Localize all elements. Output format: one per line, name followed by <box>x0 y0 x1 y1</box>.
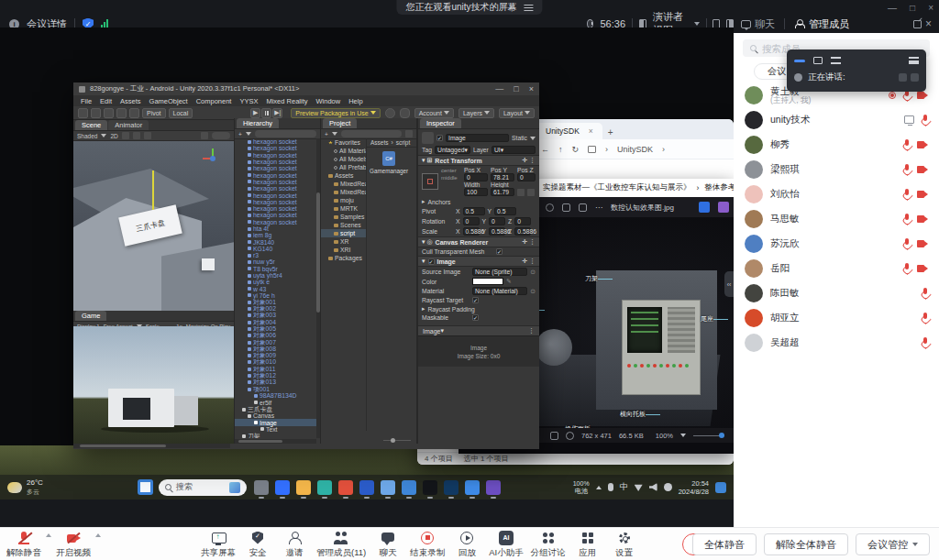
toolbar-item[interactable]: 结束录制 <box>407 528 447 560</box>
hierarchy-item[interactable]: 98A87B134D <box>235 392 316 399</box>
anchors-foldout[interactable]: Anchors <box>427 199 450 205</box>
hierarchy-item[interactable]: nuw y5r <box>235 258 316 265</box>
2d-toggle[interactable]: 2D <box>110 133 117 139</box>
toolbar-item[interactable]: AI AI小助手 <box>486 528 525 560</box>
hierarchy-search-input[interactable] <box>255 130 316 137</box>
hierarchy-item[interactable]: hta 4t <box>235 225 316 232</box>
taskbar-app-icon[interactable] <box>296 480 311 495</box>
member-row[interactable]: 梁熙琪 <box>734 157 939 181</box>
pos-z-field[interactable]: 0 <box>517 173 536 181</box>
new-tab-icon[interactable]: + <box>608 127 613 139</box>
hierarchy-item[interactable]: iem 8g <box>235 232 316 238</box>
lighting-icon[interactable] <box>122 132 129 139</box>
camera-off-icon[interactable] <box>917 92 928 99</box>
hierarchy-item[interactable]: uyta yh5r4 <box>235 272 316 279</box>
hierarchy-item[interactable]: T8 bqv5r <box>235 266 316 272</box>
hierarchy-item[interactable]: hexagon socket <box>235 138 316 145</box>
pivot-toggle[interactable]: Pivot <box>142 108 166 118</box>
scale-z-field[interactable]: 0.5886 <box>514 227 531 236</box>
member-row[interactable]: 胡亚立 <box>734 305 939 330</box>
minimize-icon[interactable]: — <box>888 3 897 13</box>
hierarchy-scrollbar[interactable] <box>316 138 320 438</box>
wifi-icon[interactable] <box>635 483 643 491</box>
back-icon[interactable]: ← <box>541 145 549 154</box>
mic-muted-icon[interactable] <box>903 139 910 149</box>
thumbnail-icon[interactable] <box>550 432 558 440</box>
member-row[interactable]: 马思敏 <box>734 206 939 231</box>
list-view-icon[interactable] <box>831 57 841 64</box>
start-video-button[interactable]: 开启视频 <box>53 528 94 560</box>
cloud-icon[interactable] <box>400 108 410 118</box>
taskbar-app-icon[interactable] <box>317 480 332 495</box>
hierarchy-item[interactable]: 对象013 <box>235 379 316 386</box>
tab-project[interactable]: Project <box>323 118 357 128</box>
edit-app-icon[interactable] <box>699 202 710 213</box>
member-row[interactable]: 陈田敏 <box>734 280 939 305</box>
project-tree-item[interactable]: Samples <box>321 213 366 221</box>
toolbar-item[interactable]: 设置 <box>607 528 642 560</box>
crumb-assets[interactable]: Assets <box>370 139 389 146</box>
hierarchy-item[interactable]: 三爪卡盘 <box>235 406 316 412</box>
hierarchy-item[interactable]: hexagon socket <box>235 212 316 218</box>
services-gear-icon[interactable] <box>385 108 395 118</box>
sidebar-collapse-handle[interactable]: ‹‹ <box>724 271 734 297</box>
banner-menu-icon[interactable] <box>525 5 534 11</box>
taskbar-app-icon[interactable] <box>465 480 480 495</box>
hierarchy-item[interactable]: hexagon socket <box>235 152 316 159</box>
camera-off-icon[interactable] <box>917 191 928 198</box>
zoom-level[interactable]: 100% <box>656 432 673 440</box>
project-tree-item[interactable]: Packages <box>321 254 366 262</box>
pivot-x-field[interactable]: 0.5 <box>463 207 485 215</box>
toolbar-item[interactable]: 回放 <box>449 528 484 560</box>
unity-menu-item[interactable]: File <box>81 97 92 105</box>
raycast-padding-foldout[interactable]: Raycast Padding <box>427 306 474 313</box>
project-search-input[interactable] <box>341 130 402 137</box>
hierarchy-item[interactable]: Canvas <box>235 412 316 419</box>
breadcrumb[interactable]: UnitySDK <box>617 145 653 154</box>
taskbar-app-icon[interactable] <box>402 480 416 495</box>
member-row[interactable]: 苏沅欣 <box>734 231 939 256</box>
rotate-tool-icon[interactable] <box>104 108 114 118</box>
hierarchy-item[interactable]: hexagon socket <box>235 199 316 205</box>
tab-animator[interactable]: Animator <box>108 120 149 130</box>
play-button[interactable]: ▶ <box>250 108 260 118</box>
project-tree-item[interactable]: MixedReal... <box>321 188 366 196</box>
source-image-field[interactable]: None (Sprite) <box>472 268 527 276</box>
scale-x-field[interactable]: 0.5886 <box>463 227 480 236</box>
crop-icon[interactable] <box>579 203 587 212</box>
window-view-icon[interactable] <box>813 57 823 64</box>
shaded-dropdown[interactable]: Shaded <box>77 133 97 139</box>
project-tree-item[interactable]: XR <box>321 237 366 246</box>
member-row[interactable]: 岳阳 <box>734 256 939 280</box>
hierarchy-item[interactable]: 对象010 <box>235 359 316 366</box>
member-row[interactable]: 柳秀 <box>734 132 939 157</box>
camera-off-icon[interactable] <box>917 141 928 148</box>
rect-transform-header[interactable]: ▾ ⊞ Rect Transform✛ ⋮ <box>418 155 539 166</box>
raw-edit-icon[interactable] <box>527 189 535 196</box>
unity-menu-item[interactable]: Edit <box>100 97 112 105</box>
tab-game[interactable]: Game <box>75 311 106 321</box>
scale-tool-icon[interactable] <box>116 108 127 118</box>
tab-close-icon[interactable]: × <box>589 126 593 136</box>
minimize-bar-icon[interactable] <box>794 60 805 62</box>
project-tree-item[interactable]: MixedReal... <box>321 180 366 188</box>
taskbar-app-icon[interactable] <box>359 480 374 495</box>
unity-menu-item[interactable]: Assets <box>120 97 141 105</box>
effects-icon[interactable] <box>144 132 151 139</box>
taskbar-app-icon[interactable] <box>338 480 353 495</box>
camera-tray-icon[interactable] <box>664 483 672 491</box>
member-row[interactable]: 吴超超 <box>734 330 939 355</box>
taskbar-app-icon[interactable] <box>486 480 501 495</box>
toolbar-item[interactable]: 邀请 <box>277 528 312 560</box>
taskbar-app-icon[interactable] <box>423 480 437 495</box>
hierarchy-item[interactable]: uytk e <box>235 279 316 285</box>
pos-x-field[interactable]: 0 <box>464 173 488 181</box>
camera-off-icon[interactable] <box>917 215 928 223</box>
tray-expand-icon[interactable] <box>596 486 602 489</box>
toolbar-item[interactable]: 安全 <box>240 528 275 560</box>
taskbar-app-icon[interactable] <box>254 480 269 495</box>
step-button[interactable]: ▶| <box>272 108 282 118</box>
rot-z-field[interactable]: 0 <box>514 217 531 225</box>
unity-title-bar[interactable]: 828gongye - 工业 - Android - Unity 2020.3.… <box>73 82 539 95</box>
unmute-button[interactable]: 解除静音 <box>4 528 44 560</box>
